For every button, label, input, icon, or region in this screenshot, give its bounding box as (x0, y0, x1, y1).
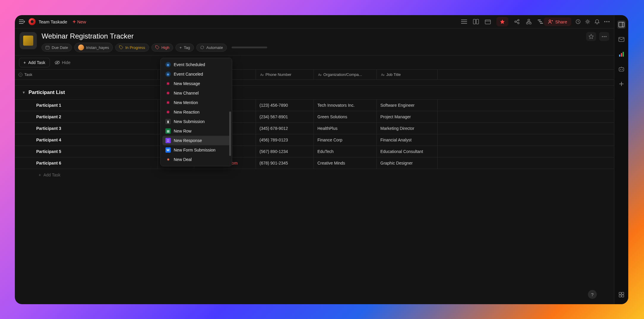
dropdown-item[interactable]: ▮New Submission (162, 117, 230, 126)
dropdown-item-label: New Reaction (174, 110, 200, 114)
more-button[interactable] (599, 32, 609, 41)
bell-icon[interactable] (594, 19, 600, 24)
workspace-logo[interactable] (29, 18, 36, 25)
cell-job[interactable]: Graphic Designer (377, 157, 438, 169)
gantt-icon[interactable] (537, 18, 544, 25)
cell-phone[interactable]: (123) 456-7890 (256, 100, 314, 111)
cell-task[interactable]: Participant 5 (15, 146, 158, 157)
svg-rect-3 (485, 20, 490, 24)
rail-chart-icon[interactable] (617, 50, 626, 58)
dropdown-item[interactable]: New Message (162, 79, 230, 88)
dropdown-item[interactable]: ◉Event Scheduled (162, 60, 230, 69)
cell-org[interactable]: Finance Corp (314, 134, 377, 146)
cell-task[interactable]: Participant 1 (15, 100, 158, 111)
cell-task[interactable]: Participant 4 (15, 134, 158, 146)
settings-icon[interactable] (585, 19, 590, 24)
document-title[interactable]: Webinar Registration Tracker (42, 32, 581, 40)
cell-task[interactable]: Participant 3 (15, 123, 158, 134)
caret-down-icon: ▼ (22, 90, 26, 95)
document-icon[interactable] (20, 32, 37, 49)
menu-toggle-icon[interactable] (19, 19, 26, 24)
add-task-row[interactable]: + Add Task (15, 169, 614, 181)
cell-job[interactable]: Software Engineer (377, 100, 438, 111)
cell-job[interactable]: Educational Consultant (377, 146, 438, 157)
automate-icon (200, 45, 204, 50)
svg-point-15 (587, 21, 588, 23)
cell-task[interactable]: Participant 6 (15, 157, 158, 169)
cell-phone[interactable]: (234) 567-8901 (256, 111, 314, 122)
cell-org[interactable]: HealthPlus (314, 123, 377, 134)
rail-grid-icon[interactable] (617, 291, 626, 299)
dropdown-item[interactable]: WNew Form Submission (162, 145, 230, 155)
cell-task[interactable]: Participant 2 (15, 111, 158, 122)
assignee-pill[interactable]: tristan_hayes (74, 43, 113, 52)
rail-robot-icon[interactable] (617, 65, 626, 73)
dropdown-item[interactable]: New Reaction (162, 107, 230, 117)
section-header[interactable]: ▼ Participant List (15, 86, 614, 100)
svg-point-20 (602, 36, 603, 37)
svg-point-6 (518, 23, 519, 24)
table-row[interactable]: Participant 5 .com (567) 890-1234 EduTec… (15, 146, 614, 157)
star-outline-button[interactable] (586, 32, 596, 41)
cell-phone[interactable]: (678) 901-2345 (256, 157, 314, 169)
status-pill[interactable]: In Progress (115, 44, 149, 52)
dropdown-item[interactable]: ▦New Row (162, 126, 230, 136)
cell-org[interactable]: Tech Innovators Inc. (314, 100, 377, 111)
svg-rect-35 (619, 295, 621, 297)
cell-phone[interactable]: (456) 789-0123 (256, 134, 314, 146)
table-row[interactable]: Participant 3 .com (345) 678-9012 Health… (15, 123, 614, 134)
help-button[interactable]: ? (588, 290, 597, 299)
dropdown-item[interactable]: ☰New Response (162, 136, 230, 145)
share-button[interactable]: Share (544, 17, 571, 26)
column-job[interactable]: Job Title (377, 70, 438, 79)
more-icon[interactable] (604, 21, 610, 23)
progress-bar (232, 47, 267, 48)
table-row[interactable]: Participant 2 ple.com (234) 567-8901 Gre… (15, 111, 614, 123)
table-row[interactable]: Participant 1 e.com (123) 456-7890 Tech … (15, 100, 614, 111)
new-button[interactable]: + New (72, 19, 86, 25)
rail-mail-icon[interactable] (617, 35, 626, 44)
org-chart-icon[interactable] (526, 18, 532, 25)
automate-pill[interactable]: Automate (196, 44, 227, 52)
plus-icon: + (72, 19, 76, 25)
dropdown-item[interactable]: ◉Event Canceled (162, 69, 230, 79)
history-icon[interactable] (575, 19, 581, 24)
column-org[interactable]: Organization/Compa... (314, 70, 377, 79)
cell-job[interactable]: Marketing Director (377, 123, 438, 134)
star-filled-icon[interactable] (496, 17, 508, 26)
svg-rect-7 (528, 19, 530, 21)
dropdown-item[interactable]: New Channel (162, 88, 230, 98)
automation-dropdown: ◉Event Scheduled◉Event CanceledNew Messa… (160, 58, 232, 166)
table-row[interactable]: Participant 6 David Lee davidl@example.c… (15, 157, 614, 169)
table-row[interactable]: Participant 4 le.com (456) 789-0123 Fina… (15, 134, 614, 146)
cell-phone[interactable]: (567) 890-1234 (256, 146, 314, 157)
hide-button[interactable]: Hide (55, 60, 71, 65)
dropdown-item[interactable]: ✱New Deal (162, 155, 230, 164)
share-icon[interactable] (514, 18, 520, 25)
svg-rect-28 (621, 53, 622, 57)
cell-job[interactable]: Project Manager (377, 111, 438, 122)
cell-org[interactable]: EduTech (314, 146, 377, 157)
svg-point-17 (606, 21, 607, 22)
column-task[interactable]: Task (15, 70, 158, 79)
view-list-icon[interactable] (461, 18, 467, 25)
table: Task Phone Number Organization/Compa... … (15, 70, 614, 304)
dropdown-item[interactable]: New Mention (162, 98, 230, 107)
text-icon (317, 73, 322, 77)
add-tag-pill[interactable]: + Tag (175, 44, 194, 52)
column-phone[interactable]: Phone Number (256, 70, 314, 79)
cell-job[interactable]: Financial Analyst (377, 134, 438, 146)
workspace-name[interactable]: Team Taskade (39, 19, 67, 24)
rail-plus-icon[interactable] (617, 80, 626, 88)
view-calendar-icon[interactable] (485, 18, 491, 25)
cell-org[interactable]: Green Solutions (314, 111, 377, 122)
add-task-button[interactable]: + Add Task (19, 58, 50, 67)
check-circle-icon (18, 73, 23, 77)
due-date-pill[interactable]: Due Date (42, 44, 72, 52)
cell-phone[interactable]: (345) 678-9012 (256, 123, 314, 134)
priority-pill[interactable]: High (151, 44, 173, 52)
cell-org[interactable]: Creative Minds (314, 157, 377, 169)
view-board-icon[interactable] (473, 18, 479, 25)
rail-panel-icon[interactable] (617, 20, 626, 29)
scrollbar[interactable] (229, 111, 231, 156)
